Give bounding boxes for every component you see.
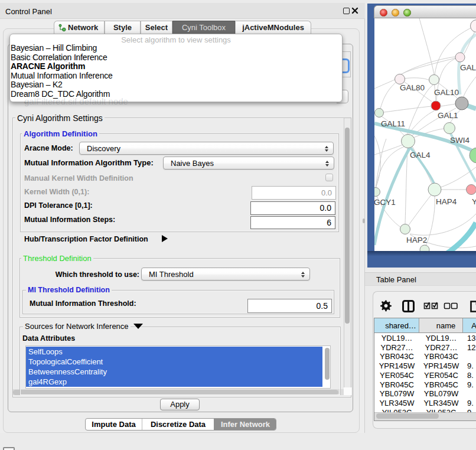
svg-text:GAL4: GAL4 (410, 151, 431, 159)
svg-text:GAL7: GAL7 (460, 63, 476, 72)
svg-text:GAL10: GAL10 (434, 88, 459, 97)
svg-text:HAP2: HAP2 (406, 236, 427, 244)
svg-text:YM: YM (472, 197, 476, 206)
svg-text:GAL80: GAL80 (400, 83, 425, 92)
svg-text:GAL11: GAL11 (381, 119, 405, 128)
svg-text:GCY1: GCY1 (374, 198, 396, 207)
svg-text:SWI4: SWI4 (450, 136, 470, 145)
svg-text:HAP4: HAP4 (436, 197, 457, 206)
svg-text:GAL1: GAL1 (438, 111, 458, 120)
